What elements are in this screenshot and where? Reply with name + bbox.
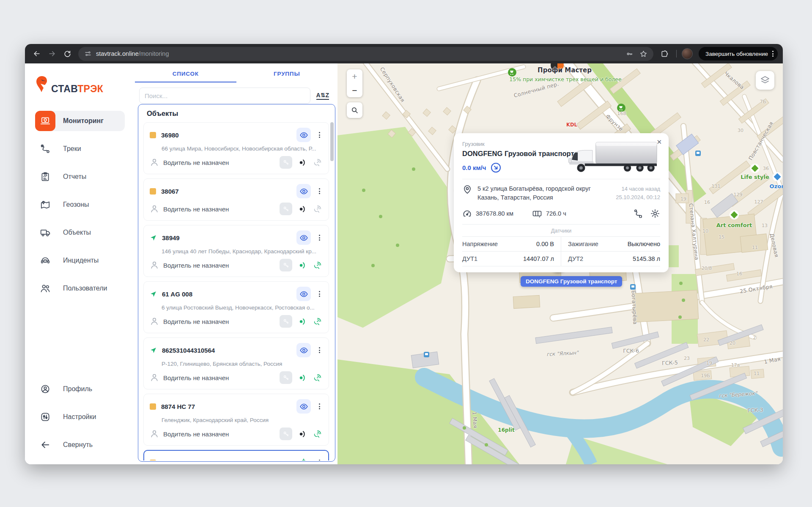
forward-button[interactable]	[45, 47, 59, 60]
browser-menu-icon[interactable]	[772, 51, 774, 57]
search-input[interactable]	[139, 88, 310, 104]
zoom-out-button[interactable]: −	[347, 83, 362, 97]
sidebar-item-reports[interactable]: Отчеты	[35, 167, 125, 187]
show-on-map-button[interactable]	[296, 184, 311, 198]
show-track-icon[interactable]	[633, 208, 643, 219]
status-parked-icon	[150, 460, 156, 461]
direction-icon	[491, 162, 501, 173]
sidebar-item-monitoring[interactable]: Мониторинг	[35, 111, 125, 131]
sidebar-item-settings[interactable]: Настройки	[35, 407, 125, 427]
sort-az-button[interactable]: A⇅Z	[316, 92, 329, 100]
objects-truck-icon	[35, 222, 55, 243]
ignition-icon	[296, 260, 307, 271]
time-ago: 14 часов назад	[616, 185, 660, 193]
vehicle-item[interactable]: 38067 Водитель не назначен	[143, 178, 329, 221]
address-bar[interactable]: stavtrack.online/monitoring	[78, 47, 653, 61]
profile-avatar[interactable]	[682, 48, 693, 59]
map[interactable]: Профи Мастер15% при химчистке трех вещей…	[337, 63, 783, 464]
show-on-map-button[interactable]	[296, 399, 311, 414]
vehicle-name: 8874 HC 77	[161, 403, 291, 410]
incidents-icon	[35, 250, 55, 271]
reload-icon	[63, 50, 71, 58]
driver-icon	[150, 260, 159, 270]
item-menu-button[interactable]	[316, 132, 323, 138]
show-on-map-button[interactable]	[296, 230, 311, 245]
sensor-value: Выключено	[628, 241, 660, 247]
crosshair-icon	[299, 458, 308, 460]
sensor-value: 5145.38 л	[633, 255, 660, 262]
tab-groups[interactable]: ГРУППЫ	[236, 67, 338, 82]
truck-image	[564, 140, 660, 174]
eye-icon	[299, 290, 308, 299]
vehicle-item[interactable]: 8874 HC 77 Геленджик, Краснодарский край…	[143, 394, 329, 446]
layers-icon	[760, 75, 770, 85]
zoom-in-button[interactable]: +	[347, 69, 362, 83]
satellite-icon	[312, 157, 323, 168]
bookmark-star-icon[interactable]	[639, 50, 647, 58]
item-menu-button[interactable]	[316, 347, 323, 353]
toolbar-separator	[676, 50, 677, 58]
driver-label: Водитель не назначен	[163, 374, 275, 381]
sidebar-item-objects[interactable]: Объекты	[35, 222, 125, 243]
show-on-map-button[interactable]	[296, 128, 311, 142]
tracks-icon	[35, 139, 55, 159]
browser-toolbar: stavtrack.online/monitoring Завершить об…	[25, 44, 783, 63]
locate-button[interactable]	[296, 455, 311, 460]
vehicle-address: Геленджик, Краснодарский край, Россия	[162, 417, 323, 423]
finish-update-button[interactable]: Завершить обновление	[699, 47, 778, 60]
engine-hours-icon	[532, 209, 542, 218]
sidebar-item-label: Треки	[63, 145, 81, 153]
vehicle-item[interactable]: 36980 66 улица Мира, Новосибирск, Новоси…	[143, 122, 329, 174]
sensor-row: ДУТ114407.07 л ДУТ25145.38 л	[462, 251, 660, 266]
vehicle-item[interactable]: 61 AG 008 6 улица Ростовский Выезд, Ново…	[143, 281, 329, 333]
monitoring-icon	[35, 111, 55, 131]
reload-button[interactable]	[60, 47, 74, 60]
sidebar-item-tracks[interactable]: Треки	[35, 139, 125, 159]
eye-icon	[299, 187, 308, 196]
vehicle-name: 61 AG 008	[162, 290, 291, 298]
gear-icon[interactable]	[650, 208, 660, 219]
list-scrollbar[interactable]	[330, 122, 334, 161]
show-on-map-button[interactable]	[296, 287, 311, 301]
driver-icon	[150, 204, 159, 214]
sidebar-item-users[interactable]: Пользователи	[35, 278, 125, 299]
item-menu-button[interactable]	[316, 460, 323, 460]
url-text: stavtrack.online/monitoring	[96, 50, 169, 57]
satellite-icon	[312, 203, 323, 214]
back-button[interactable]	[30, 47, 44, 60]
vehicle-item[interactable]: DONGFENG Грузовой транспорт 5 к2 улица Б…	[143, 450, 329, 460]
sensors-title: Датчики	[462, 225, 660, 236]
driver-label: Водитель не назначен	[163, 262, 275, 269]
vehicle-popup: ✕ Грузовик DONGFENG Грузовой транспорт 0…	[454, 133, 669, 272]
sensor-name: ДУТ2	[568, 255, 583, 262]
sidebar-item-collapse[interactable]: Свернуть	[35, 435, 125, 455]
show-on-map-button[interactable]	[296, 343, 311, 357]
sidebar-item-label: Объекты	[63, 229, 91, 236]
tab-list[interactable]: СПИСОК	[135, 67, 236, 82]
item-menu-button[interactable]	[316, 403, 323, 409]
popup-last-update: 14 часов назад 25.10.2024, 00:12	[616, 185, 660, 201]
map-layers-button[interactable]	[756, 71, 774, 90]
sidebar-item-geozones[interactable]: Геозоны	[35, 195, 125, 215]
map-search-button[interactable]	[347, 102, 362, 118]
panel-tabs: СПИСОК ГРУППЫ	[135, 67, 337, 82]
sidebar-item-profile[interactable]: Профиль	[35, 379, 125, 399]
forward-icon	[48, 49, 56, 58]
driver-icon	[150, 317, 159, 326]
item-menu-button[interactable]	[316, 235, 323, 241]
objects-header: Объекты	[138, 104, 335, 121]
logo-pin-icon	[35, 75, 50, 94]
stavtrack-logo: СТАВТРЭК	[35, 74, 125, 94]
sensors-section: Датчики Напряжение0.00 В ЗажиганиеВыключ…	[462, 224, 660, 266]
extensions-button[interactable]	[658, 47, 671, 60]
satellite-icon	[312, 260, 323, 271]
password-key-icon[interactable]	[625, 50, 634, 58]
sidebar-item-incidents[interactable]: Инциденты	[35, 250, 125, 271]
vehicle-item[interactable]: 862531044310564 Р-120, Глинищево, Брянск…	[143, 337, 329, 389]
vehicle-item[interactable]: 38949 146 улица 40 лет Победы, Краснодар…	[143, 225, 329, 277]
sidebar-item-label: Профиль	[63, 385, 92, 393]
vehicle-name: 38949	[162, 234, 291, 241]
item-menu-button[interactable]	[316, 291, 323, 297]
item-menu-button[interactable]	[316, 188, 323, 194]
vehicle-map-label[interactable]: DONGFENG Грузовой транспорт	[521, 276, 622, 287]
